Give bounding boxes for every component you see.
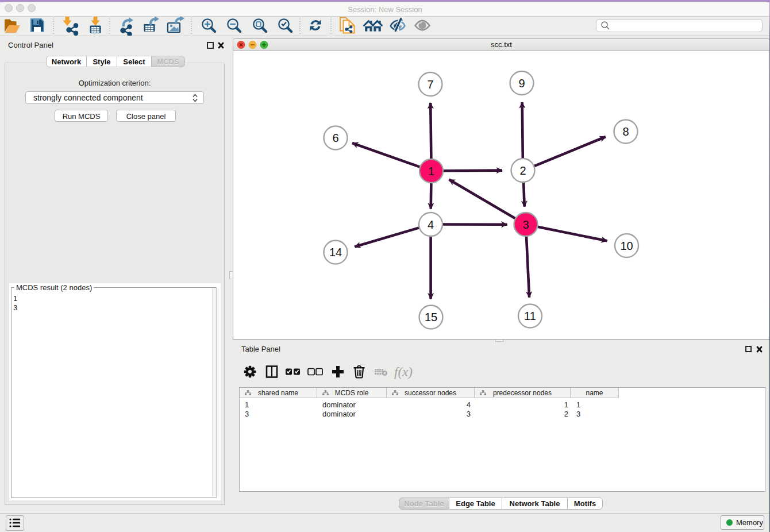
svg-text:15: 15: [425, 311, 437, 323]
svg-text:7: 7: [427, 78, 433, 91]
svg-text:11: 11: [524, 310, 536, 322]
svg-text:1: 1: [428, 165, 434, 178]
svg-text:8: 8: [622, 125, 629, 138]
svg-text:14: 14: [329, 246, 342, 259]
svg-text:6: 6: [332, 132, 338, 144]
svg-text:2: 2: [519, 164, 526, 177]
svg-text:3: 3: [522, 218, 529, 231]
svg-text:f(x): f(x): [394, 365, 413, 379]
svg-text:4: 4: [428, 218, 434, 231]
svg-text:9: 9: [518, 77, 525, 90]
svg-text:10: 10: [620, 240, 633, 252]
